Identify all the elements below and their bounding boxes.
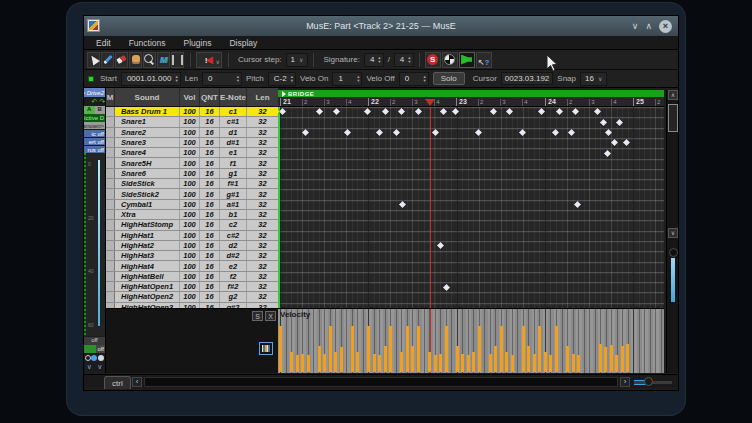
column-qnt[interactable]: QNT [200, 88, 220, 106]
cell-m[interactable] [106, 169, 115, 178]
cell-vol[interactable]: 100 [180, 179, 200, 188]
drum-note[interactable] [399, 201, 406, 208]
cell-qnt[interactable]: 16 [200, 128, 220, 137]
drum-note[interactable] [594, 108, 601, 115]
velocity-bar[interactable] [533, 354, 536, 372]
velocity-bar[interactable] [434, 355, 437, 372]
cell-enote[interactable]: e2 [220, 261, 247, 270]
velocity-bar[interactable] [505, 352, 508, 372]
note-grid[interactable] [278, 107, 664, 308]
cell-vol[interactable]: 100 [180, 148, 200, 157]
cell-len[interactable]: 32 [247, 241, 278, 250]
cell-enote[interactable]: g#1 [220, 189, 247, 198]
track-name-button[interactable]: Dry Drive2 [84, 88, 105, 97]
velocity-bar[interactable] [522, 326, 525, 372]
cell-sound[interactable]: Snare5H [115, 158, 180, 167]
scroll-down-icon[interactable]: ∨ [668, 228, 678, 238]
menu-plugins[interactable]: Plugins [175, 38, 221, 48]
monitor-icon[interactable] [98, 355, 104, 361]
drum-row[interactable]: Snare5H10016f132 [106, 158, 278, 168]
drum-row[interactable]: Bass Drum 110016c132 [106, 107, 278, 117]
marker-bar[interactable]: BRIDGE [278, 90, 664, 97]
shade-button[interactable]: ∨ [632, 22, 639, 31]
drum-note[interactable] [506, 108, 513, 115]
drum-note[interactable] [393, 129, 400, 136]
whats-this-button[interactable] [476, 52, 492, 68]
vscroll-thumb[interactable] [668, 104, 678, 132]
cell-qnt[interactable]: 16 [200, 220, 220, 229]
signature-numerator-spinbox[interactable]: 4▴▾ [364, 53, 384, 67]
cell-sound[interactable]: Bass Drum 1 [115, 107, 180, 116]
timeline-ruler[interactable]: 2123422234232342423425234 [278, 97, 664, 107]
cell-m[interactable] [106, 200, 115, 209]
drum-note[interactable] [302, 129, 309, 136]
drum-row[interactable]: Snare610016g132 [106, 169, 278, 179]
menu-edit[interactable]: Edit [87, 38, 120, 48]
velocity-bar[interactable] [301, 354, 304, 372]
velocity-bar[interactable] [334, 352, 337, 372]
drum-note[interactable] [432, 129, 439, 136]
drum-note[interactable] [376, 129, 383, 136]
velocity-bar[interactable] [389, 326, 392, 372]
velocity-bar[interactable] [599, 344, 602, 372]
velocity-bar[interactable] [384, 346, 387, 372]
drum-row[interactable]: HighHat110016c#232 [106, 231, 278, 241]
speaker-button[interactable] [459, 52, 475, 68]
drum-note[interactable] [538, 108, 545, 115]
cell-vol[interactable]: 100 [180, 210, 200, 219]
velocity-bar[interactable] [577, 355, 580, 372]
drum-row[interactable]: SideStick210016g#132 [106, 189, 278, 199]
cell-len[interactable]: 32 [247, 210, 278, 219]
cell-vol[interactable]: 100 [180, 200, 200, 209]
velo-off-field[interactable]: 0▴▾ [399, 72, 429, 86]
cell-vol[interactable]: 100 [180, 282, 200, 291]
cell-enote[interactable]: a#1 [220, 200, 247, 209]
cell-enote[interactable]: f#1 [220, 179, 247, 188]
velocity-bar[interactable] [489, 354, 492, 372]
velocity-panel[interactable]: Velocity [278, 308, 664, 373]
drum-note[interactable] [605, 129, 612, 136]
velocity-bar[interactable] [610, 345, 613, 372]
vertical-scrollbar[interactable]: ∧ ∨ [666, 90, 678, 373]
rollup-button[interactable]: ∧ [645, 22, 652, 31]
velocity-bar[interactable] [400, 352, 403, 372]
cell-qnt[interactable]: 16 [200, 138, 220, 147]
drum-row[interactable]: SideStick10016f#132 [106, 179, 278, 189]
cell-sound[interactable]: HighHatStomp [115, 220, 180, 229]
record-icon[interactable] [91, 355, 97, 361]
cell-sound[interactable]: Snare1 [115, 117, 180, 126]
velocity-bar[interactable] [378, 355, 381, 372]
cell-qnt[interactable]: 16 [200, 241, 220, 250]
cell-qnt[interactable]: 16 [200, 261, 220, 270]
cell-vol[interactable]: 100 [180, 272, 200, 281]
cell-sound[interactable]: SideStick [115, 179, 180, 188]
velocity-bar[interactable] [626, 344, 629, 372]
titlebar[interactable]: MusE: Part <Track 2> 21-25 — MusE ∨ ∧ × [84, 16, 678, 36]
cell-enote[interactable]: c1 [220, 107, 247, 116]
velocity-bar[interactable] [428, 352, 431, 372]
cell-m[interactable] [106, 261, 115, 270]
cell-m[interactable] [106, 128, 115, 137]
cell-len[interactable]: 32 [247, 231, 278, 240]
cell-enote[interactable]: g2 [220, 292, 247, 301]
column-enote[interactable]: E-Note [220, 88, 247, 106]
velocity-bar[interactable] [296, 355, 299, 372]
pointer-tool-button[interactable] [87, 52, 100, 68]
cell-vol[interactable]: 100 [180, 158, 200, 167]
cell-sound[interactable]: SideStick2 [115, 189, 180, 198]
velocity-bar[interactable] [544, 352, 547, 372]
drum-note[interactable] [475, 129, 482, 136]
cell-sound[interactable]: HighHat3 [115, 251, 180, 260]
cell-m[interactable] [106, 107, 115, 116]
drum-note[interactable] [568, 129, 575, 136]
range-tool-button[interactable] [171, 52, 184, 68]
cell-m[interactable] [106, 292, 115, 301]
cell-sound[interactable]: Snare3 [115, 138, 180, 147]
velocity-bar[interactable] [411, 346, 414, 372]
drum-row[interactable]: HighHat210016d232 [106, 241, 278, 251]
cell-len[interactable]: 32 [247, 272, 278, 281]
output-a-button[interactable]: A [84, 106, 95, 114]
velocity-bar[interactable] [307, 355, 310, 372]
velocity-bar[interactable] [439, 354, 442, 372]
drum-row[interactable]: Snare110016c#132 [106, 117, 278, 127]
